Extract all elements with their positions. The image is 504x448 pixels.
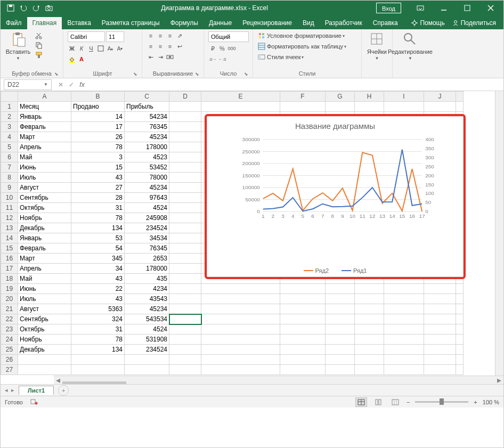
cell-J20[interactable] — [424, 294, 456, 304]
cell-A22[interactable]: Сентябрь — [18, 314, 71, 324]
cells-button[interactable]: Ячейки▼ — [366, 31, 388, 61]
cell-D17[interactable] — [169, 264, 201, 274]
cell-H1[interactable] — [355, 102, 384, 112]
cell-D15[interactable] — [169, 243, 201, 254]
dialog-launcher-icon[interactable]: ⬊ — [54, 71, 59, 77]
embedded-chart[interactable]: Название диаграммы 050000100000150000200… — [205, 114, 466, 279]
cell-D13[interactable] — [169, 223, 201, 233]
cell-D21[interactable] — [169, 304, 201, 314]
align-center-icon[interactable]: ≡ — [156, 42, 165, 51]
cell-A8[interactable]: Июль — [18, 173, 71, 183]
cell-A10[interactable]: Сентябрь — [18, 193, 71, 203]
cell-A13[interactable]: Декабрь — [18, 223, 71, 233]
tab-справка[interactable]: Справка — [368, 17, 403, 29]
cell-A7[interactable]: Июнь — [18, 162, 71, 173]
cell-F20[interactable] — [280, 294, 326, 304]
cell-C14[interactable]: 34534 — [125, 233, 169, 243]
scroll-right-icon[interactable]: ▸ — [495, 375, 503, 384]
cell-I1[interactable] — [384, 102, 424, 112]
login-button[interactable]: Вход — [376, 3, 401, 13]
cell-D3[interactable] — [169, 122, 201, 132]
cell-F22[interactable] — [280, 314, 326, 324]
share-button[interactable]: Поделиться — [452, 19, 496, 27]
cell-A21[interactable]: Август — [18, 304, 71, 314]
cell-C17[interactable]: 178000 — [125, 264, 169, 274]
cell-D18[interactable] — [169, 274, 201, 284]
cell-E24[interactable] — [201, 335, 280, 345]
merge-icon[interactable] — [166, 53, 174, 61]
cell-styles-button[interactable]: Стили ячеек▾ — [257, 53, 346, 61]
cell-G22[interactable] — [326, 314, 355, 324]
editing-button[interactable]: Редактирование▼ — [397, 31, 424, 61]
cell-D12[interactable] — [169, 213, 201, 223]
new-sheet-button[interactable]: + — [58, 385, 69, 396]
chart-legend[interactable]: Ряд2 Ряд1 — [207, 267, 464, 274]
cell-B7[interactable]: 15 — [71, 162, 125, 173]
cell-D5[interactable] — [169, 142, 201, 152]
cell-C1[interactable]: Прибыль — [125, 102, 169, 112]
cell-D16[interactable] — [169, 254, 201, 264]
save-icon[interactable] — [7, 4, 14, 12]
redo-icon[interactable] — [32, 4, 40, 12]
chart-title[interactable]: Название диаграммы — [207, 121, 464, 131]
cell-A16[interactable]: Март — [18, 254, 71, 264]
tab-формулы[interactable]: Формулы — [165, 17, 204, 29]
cell-C7[interactable]: 53452 — [125, 162, 169, 173]
cell-B24[interactable]: 78 — [71, 335, 125, 345]
font-color-icon[interactable]: А — [77, 55, 86, 63]
cell-E25[interactable] — [201, 345, 280, 355]
cell-D6[interactable] — [169, 152, 201, 162]
cell-C23[interactable]: 4524 — [125, 324, 169, 335]
cell-I22[interactable] — [384, 314, 424, 324]
cut-icon[interactable] — [35, 31, 43, 40]
orientation-icon[interactable]: ⇗ — [175, 31, 184, 40]
accounting-icon[interactable]: ₽ — [208, 44, 217, 53]
cell-F1[interactable] — [280, 102, 326, 112]
cell-D23[interactable] — [169, 324, 201, 335]
cell-D22[interactable] — [169, 314, 201, 324]
cell-C21[interactable]: 45234 — [125, 304, 169, 314]
zoom-slider[interactable] — [415, 401, 468, 403]
horizontal-scrollbar[interactable]: ◂ ▸ — [54, 376, 503, 384]
cell-A15[interactable]: Февраль — [18, 243, 71, 254]
cell-G23[interactable] — [326, 324, 355, 335]
cell-B5[interactable]: 78 — [71, 142, 125, 152]
cell-C18[interactable]: 435 — [125, 274, 169, 284]
tab-разметка страницы[interactable]: Разметка страницы — [96, 17, 165, 29]
cell-J25[interactable] — [424, 345, 456, 355]
cell-B17[interactable]: 34 — [71, 264, 125, 274]
tab-главная[interactable]: Главная — [27, 17, 62, 29]
cell-I21[interactable] — [384, 304, 424, 314]
cell-D4[interactable] — [169, 132, 201, 142]
cell-I19[interactable] — [384, 284, 424, 294]
cell-B9[interactable]: 27 — [71, 183, 125, 193]
cell-B13[interactable]: 134 — [71, 223, 125, 233]
cell-C4[interactable]: 45234 — [125, 132, 169, 142]
cell-D25[interactable] — [169, 345, 201, 355]
comma-icon[interactable]: 000 — [227, 44, 236, 53]
cell-C19[interactable]: 4234 — [125, 284, 169, 294]
sheet-tab-active[interactable]: Лист1 — [19, 386, 54, 395]
increase-decimal-icon[interactable]: .0→ — [208, 55, 217, 63]
ribbon-display-icon[interactable] — [410, 1, 431, 15]
cell-B12[interactable]: 78 — [71, 213, 125, 223]
camera-icon[interactable] — [45, 4, 53, 12]
cell-H24[interactable] — [355, 335, 384, 345]
cell-D8[interactable] — [169, 173, 201, 183]
vertical-scrollbar[interactable] — [495, 91, 503, 376]
maximize-icon[interactable] — [457, 1, 478, 15]
paste-button[interactable]: Вставить ▼ — [5, 31, 31, 61]
cell-J1[interactable] — [424, 102, 456, 112]
cell-B10[interactable]: 28 — [71, 193, 125, 203]
cell-C2[interactable]: 54234 — [125, 112, 169, 122]
sheet-nav-next-icon[interactable]: ▸ — [11, 387, 14, 394]
cell-H22[interactable] — [355, 314, 384, 324]
tab-данные[interactable]: Данные — [204, 17, 237, 29]
tab-разработчик[interactable]: Разработчик — [320, 17, 368, 29]
wrap-text-icon[interactable]: ↩ — [175, 42, 184, 51]
align-right-icon[interactable]: ≡ — [166, 42, 174, 51]
cell-E1[interactable] — [201, 102, 280, 112]
cell-A20[interactable]: Июль — [18, 294, 71, 304]
sheet-nav-prev-icon[interactable]: ◂ — [5, 387, 8, 394]
format-painter-icon[interactable] — [35, 51, 43, 59]
